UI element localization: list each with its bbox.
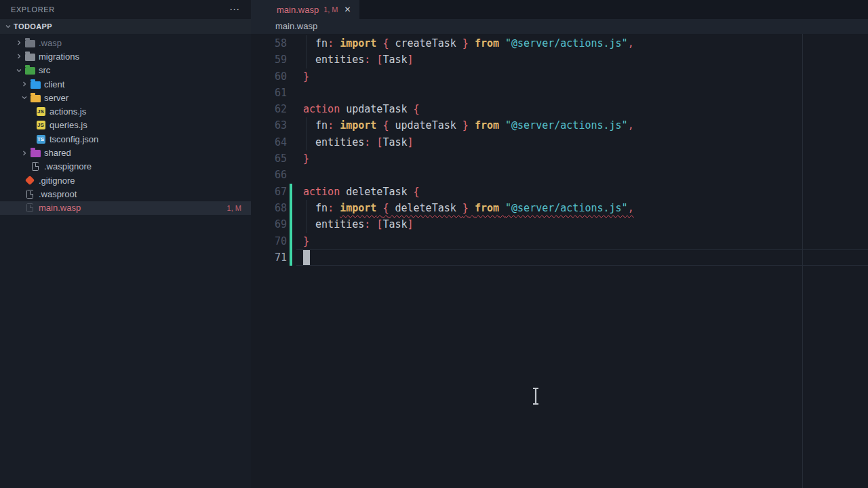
tree-item-label: .waspignore (44, 161, 92, 171)
git-modified-bar (290, 216, 292, 232)
chevron-none (24, 134, 35, 144)
vscode-window: EXPLORER ⋯ TODOAPP .waspmigrationssrccli… (0, 0, 868, 488)
line-number: 60 (251, 68, 287, 85)
code-text: action deleteTask { (303, 184, 420, 200)
tab-bar: main.wasp 1, M ✕ (251, 0, 868, 19)
tree-item-label: .gitignore (39, 176, 75, 186)
git-modified-bar (290, 184, 292, 200)
code-line-71[interactable]: 71 (251, 249, 868, 266)
tab-label: main.wasp (277, 5, 319, 15)
line-number: 71 (251, 249, 287, 266)
tree-item-.wasproot[interactable]: .wasproot (0, 187, 251, 201)
file-icon (30, 161, 41, 172)
line-number: 63 (251, 117, 287, 134)
git-modified-bar (290, 233, 292, 249)
mouse-ibeam-cursor (531, 387, 540, 408)
chevron-right-icon (14, 51, 24, 62)
tree-item-label: client (44, 79, 64, 89)
tree-item-shared[interactable]: shared (0, 146, 251, 159)
code-line-69[interactable]: 69 entities: [Task] (251, 216, 868, 232)
code-text: entities: [Task] (303, 216, 414, 232)
code-line-66[interactable]: 66 (251, 167, 868, 183)
git-modified-bar (290, 249, 292, 266)
code-line-67[interactable]: 67action deleteTask { (251, 184, 868, 200)
line-number: 69 (251, 216, 287, 232)
code-line-65[interactable]: 65} (251, 150, 868, 167)
tree-item-src[interactable]: src (0, 64, 251, 77)
code-line-64[interactable]: 64 entities: [Task] (251, 134, 868, 150)
ts-file-icon: TS (35, 134, 46, 144)
explorer-header: EXPLORER ⋯ (0, 0, 251, 19)
tree-item-label: actions.js (50, 106, 86, 117)
code-text: } (303, 68, 309, 85)
line-number: 61 (251, 85, 287, 101)
explorer-sidebar: EXPLORER ⋯ TODOAPP .waspmigrationssrccli… (0, 0, 251, 488)
file-tree: .waspmigrationssrcclientserverJSactions.… (0, 36, 251, 215)
code-text: action updateTask { (303, 101, 420, 117)
code-line-59[interactable]: 59 entities: [Task] (251, 52, 868, 68)
chevron-down-icon (19, 92, 30, 103)
chevron-none (24, 120, 35, 131)
code-line-62[interactable]: 62action updateTask { (251, 101, 868, 117)
editor-group: main.wasp 1, M ✕ main.wasp 58 fn: import… (251, 0, 868, 488)
tree-item-label: queries.js (50, 120, 87, 130)
tree-item-.wasp[interactable]: .wasp (0, 36, 251, 49)
text-cursor (303, 250, 310, 265)
tree-item-label: shared (44, 148, 71, 158)
workspace-title: TODOAPP (14, 22, 52, 30)
close-icon[interactable]: ✕ (344, 5, 351, 14)
tree-item-client[interactable]: client (0, 77, 251, 91)
breadcrumb-item[interactable]: main.wasp (275, 21, 317, 31)
tab-status-badge: 1, M (323, 5, 338, 14)
folder-icon (24, 37, 35, 48)
code-line-58[interactable]: 58 fn: import { createTask } from "@serv… (251, 35, 868, 52)
tree-item-label: .wasp (39, 38, 62, 48)
tree-item-actions.js[interactable]: JSactions.js (0, 104, 251, 118)
chevron-right-icon (14, 37, 24, 48)
workspace-section-header[interactable]: TODOAPP (0, 19, 251, 34)
folder-icon (30, 79, 41, 89)
breadcrumb[interactable]: main.wasp (251, 19, 868, 34)
git-icon (24, 175, 35, 186)
code-text: fn: import { updateTask } from "@server/… (303, 117, 634, 134)
folder-icon (30, 92, 41, 103)
tree-item-label: src (39, 65, 50, 75)
tree-item-.waspignore[interactable]: .waspignore (0, 160, 251, 174)
explorer-title: EXPLORER (11, 5, 55, 14)
code-line-63[interactable]: 63 fn: import { updateTask } from "@serv… (251, 117, 868, 134)
code-text: fn: import { createTask } from "@server/… (303, 35, 634, 52)
chevron-none (24, 106, 35, 117)
chevron-down-icon (14, 65, 24, 76)
tree-item-main.wasp[interactable]: main.wasp1, M (0, 201, 251, 215)
code-line-60[interactable]: 60} (251, 68, 868, 85)
line-number: 62 (251, 101, 287, 117)
tree-item-migrations[interactable]: migrations (0, 49, 251, 63)
tree-item-.gitignore[interactable]: .gitignore (0, 174, 251, 187)
chevron-none (14, 188, 24, 199)
folder-icon (30, 148, 41, 159)
ellipsis-icon[interactable]: ⋯ (229, 6, 240, 13)
code-text: fn: import { deleteTask } from "@server/… (303, 200, 634, 216)
tree-item-label: migrations (39, 52, 79, 62)
code-line-70[interactable]: 70} (251, 233, 868, 249)
code-line-68[interactable]: 68 fn: import { deleteTask } from "@serv… (251, 200, 868, 216)
tree-item-label: tsconfig.json (50, 134, 98, 144)
tree-item-queries.js[interactable]: JSqueries.js (0, 119, 251, 132)
tree-item-label: .wasproot (39, 189, 77, 199)
line-number: 70 (251, 233, 287, 249)
file-icon (24, 203, 35, 214)
code-line-61[interactable]: 61 (251, 85, 868, 101)
git-modified-bar (290, 200, 292, 216)
chevron-none (14, 175, 24, 186)
code-text: entities: [Task] (303, 52, 414, 68)
tree-item-label: server (44, 93, 68, 103)
line-number: 66 (251, 167, 287, 183)
chevron-none (19, 161, 30, 172)
folder-icon (24, 65, 35, 76)
chevron-down-icon (3, 21, 14, 32)
tree-item-server[interactable]: server (0, 91, 251, 104)
code-editor[interactable]: 58 fn: import { createTask } from "@serv… (251, 34, 868, 488)
line-number: 68 (251, 200, 287, 216)
tab-main-wasp[interactable]: main.wasp 1, M ✕ (251, 0, 359, 19)
tree-item-tsconfig.json[interactable]: TStsconfig.json (0, 132, 251, 146)
